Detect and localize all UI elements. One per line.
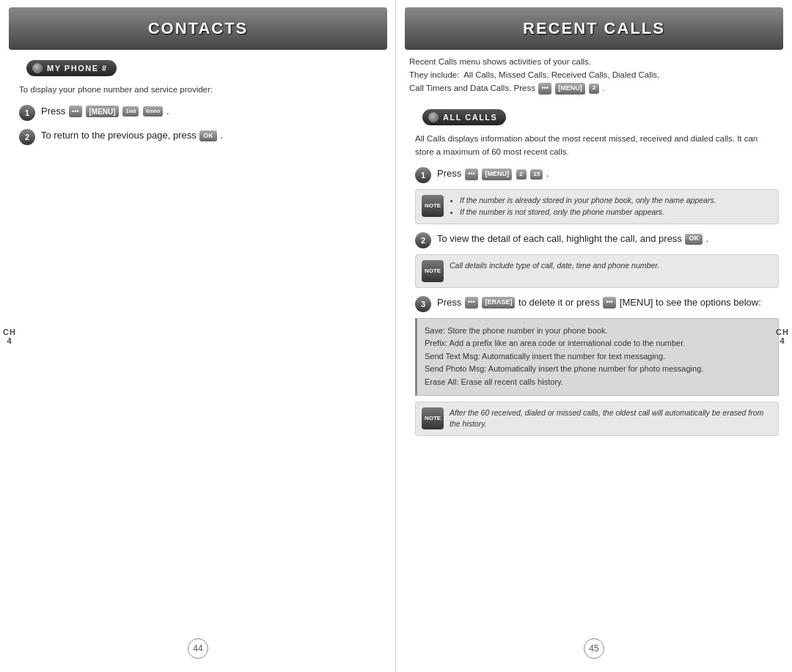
note-box-3: NOTE After the 60 received, dialed or mi… — [415, 402, 779, 437]
ch-label-right: CH 4 — [776, 328, 789, 345]
my-phone-section-header: MY PHONE # — [26, 60, 117, 76]
key-1: 1wd — [122, 106, 139, 117]
rc-key-2: 2 — [516, 169, 527, 180]
rc-period: . — [546, 168, 549, 179]
options-box: Save: Store the phone number in your pho… — [415, 318, 779, 396]
rc-menu-btn[interactable]: ••• — [465, 169, 478, 180]
option-save: Save: Store the phone number in your pho… — [425, 325, 771, 338]
note-3-text: After the 60 received, dialed or missed … — [450, 407, 772, 431]
page-number-left: 44 — [188, 638, 208, 659]
rc-step3-press: Press — [437, 297, 464, 308]
rc-step-3-circle: 3 — [415, 296, 431, 312]
step1-press-label: Press — [41, 106, 68, 117]
menu-label: [MENU] — [86, 106, 118, 117]
step-2-text: To return to the previous page, press OK… — [41, 128, 223, 143]
rc-step-3-text: Press ••• [ERASE] to delete it or press … — [437, 295, 761, 310]
all-calls-label: ALL CALLS — [443, 113, 497, 122]
step2-text: To return to the previous page, press — [41, 130, 199, 141]
option-prefix: Prefix: Add a prefix like an area code o… — [425, 337, 771, 350]
rc-erase-label: [ERASE] — [482, 297, 515, 309]
rc-step-1-circle: 1 — [415, 167, 431, 183]
rc-step-2: 2 To view the detail of each call, highl… — [415, 232, 779, 248]
ok-button[interactable]: OK — [199, 130, 217, 141]
recent-calls-title: RECENT CALLS — [523, 19, 665, 38]
step-1-text: Press ••• [MENU] 1wd 6mno . — [41, 104, 169, 119]
rc-step3-or: to delete it or press — [518, 297, 602, 308]
rc-key-15: 15 — [530, 169, 543, 180]
intro-text: To display your phone number and service… — [19, 84, 383, 97]
note-2-text: Call details include type of call, date,… — [450, 260, 659, 272]
note-box-1: NOTE If the number is already stored in … — [415, 189, 779, 224]
recent-calls-content: Recent Calls menu shows activities of yo… — [396, 50, 792, 672]
my-phone-label: MY PHONE # — [47, 64, 108, 73]
all-calls-section-header: ALL CALLS — [422, 109, 506, 125]
intro-key-2: 2 — [589, 84, 599, 94]
all-calls-dot — [428, 112, 439, 122]
left-panel: CH 4 CONTACTS MY PHONE # To display your… — [0, 0, 396, 672]
option-send-text: Send Text Msg: Automatically insert the … — [425, 350, 771, 363]
intro-menu-btn: ••• — [538, 83, 551, 95]
step-2-circle: 2 — [19, 129, 35, 145]
ch-label-left: CH 4 — [3, 328, 16, 345]
rc-step-2-text: To view the detail of each call, highlig… — [437, 232, 708, 246]
rc-step2-text: To view the detail of each call, highlig… — [437, 233, 684, 244]
all-calls-desc: All Calls displays information about the… — [415, 133, 779, 159]
contacts-header: CONTACTS — [9, 7, 387, 50]
note-icon-2: NOTE — [422, 260, 444, 282]
option-erase-all: Erase All: Erase all recent calls histor… — [425, 376, 771, 389]
rc-erase-btn[interactable]: ••• — [465, 297, 478, 309]
section-dot — [32, 63, 43, 73]
rc-step-2-circle: 2 — [415, 232, 431, 248]
rc-step1-press: Press — [437, 168, 464, 179]
recent-calls-header: RECENT CALLS — [405, 7, 783, 50]
step-1: 1 Press ••• [MENU] 1wd 6mno . — [19, 104, 383, 121]
step2-period: . — [220, 130, 223, 141]
rc-step-1-text: Press ••• [MENU] 2 15 . — [437, 166, 549, 181]
contacts-content: MY PHONE # To display your phone number … — [0, 50, 396, 672]
rc-menu-btn-2[interactable]: ••• — [603, 297, 616, 309]
intro-menu-label: [MENU] — [555, 83, 585, 95]
note-icon-3: NOTE — [422, 407, 444, 429]
rc-step2-period: . — [706, 233, 709, 244]
step1-period: . — [166, 106, 169, 117]
option-send-photo: Send Photo Msg: Automatically insert the… — [425, 363, 771, 376]
page-number-right: 45 — [584, 638, 604, 659]
rc-step3-menu: [MENU] to see the options below: — [620, 297, 761, 308]
rc-menu-label: [MENU] — [482, 169, 512, 180]
note-box-2: NOTE Call details include type of call, … — [415, 254, 779, 288]
note-icon-1: NOTE — [422, 195, 444, 217]
menu-button[interactable]: ••• — [69, 106, 82, 117]
recent-calls-intro: Recent Calls menu shows activities of yo… — [409, 56, 779, 95]
rc-ok-button[interactable]: OK — [685, 234, 703, 245]
rc-step-1: 1 Press ••• [MENU] 2 15 . — [415, 166, 779, 183]
step-2: 2 To return to the previous page, press … — [19, 128, 383, 145]
key-6: 6mno — [143, 106, 163, 117]
step-1-circle: 1 — [19, 105, 35, 121]
note-1-text: If the number is already stored in your … — [450, 195, 716, 218]
right-panel: CH 4 RECENT CALLS Recent Calls menu show… — [396, 0, 792, 672]
rc-step-3: 3 Press ••• [ERASE] to delete it or pres… — [415, 295, 779, 312]
contacts-title: CONTACTS — [148, 19, 249, 38]
